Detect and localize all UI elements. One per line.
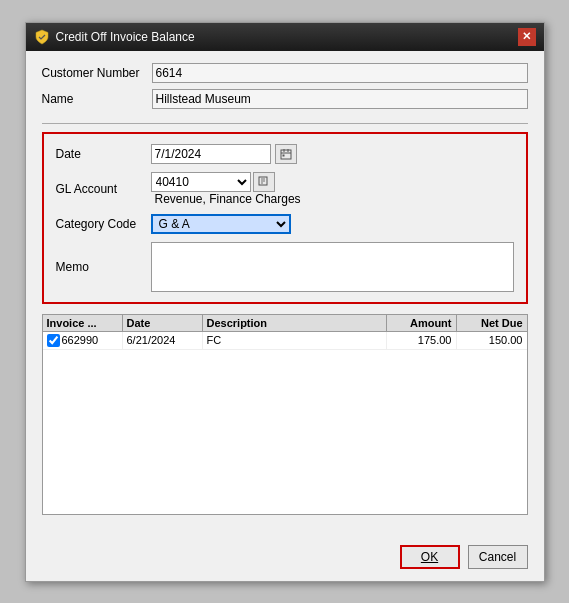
col-net-due: Net Due bbox=[457, 315, 527, 331]
credit-off-invoice-dialog: Credit Off Invoice Balance ✕ Customer Nu… bbox=[25, 22, 545, 582]
date-controls bbox=[151, 144, 297, 164]
ok-button[interactable]: OK bbox=[400, 545, 460, 569]
gl-select-wrap: 40410 bbox=[151, 172, 301, 192]
customer-name-row: Name bbox=[42, 89, 528, 109]
customer-number-row: Customer Number bbox=[42, 63, 528, 83]
col-invoice: Invoice ... bbox=[43, 315, 123, 331]
row-amount: 175.00 bbox=[387, 332, 457, 349]
row-description: FC bbox=[203, 332, 387, 349]
col-amount: Amount bbox=[387, 315, 457, 331]
table-row: 662990 6/21/2024 FC 175.00 150.00 bbox=[43, 332, 527, 350]
col-description: Description bbox=[203, 315, 387, 331]
customer-number-input[interactable] bbox=[152, 63, 528, 83]
row-date: 6/21/2024 bbox=[123, 332, 203, 349]
customer-name-input[interactable] bbox=[152, 89, 528, 109]
category-code-row: Category Code G & A bbox=[56, 214, 514, 234]
gl-account-controls: 40410 Revenue, Finance Charges bbox=[151, 172, 301, 206]
category-code-select[interactable]: G & A bbox=[151, 214, 291, 234]
cancel-label: Cancel bbox=[479, 550, 516, 564]
customer-name-label: Name bbox=[42, 92, 152, 106]
col-date: Date bbox=[123, 315, 203, 331]
red-section: Date GL Account bbox=[42, 132, 528, 304]
svg-rect-4 bbox=[282, 154, 284, 156]
memo-row: Memo bbox=[56, 242, 514, 292]
gl-lookup-button[interactable] bbox=[253, 172, 275, 192]
customer-name-value bbox=[152, 89, 528, 109]
customer-number-value bbox=[152, 63, 528, 83]
customer-number-label: Customer Number bbox=[42, 66, 152, 80]
category-code-label: Category Code bbox=[56, 217, 151, 231]
memo-label: Memo bbox=[56, 260, 151, 274]
memo-input[interactable] bbox=[151, 242, 514, 292]
table-header: Invoice ... Date Description Amount Net … bbox=[43, 315, 527, 332]
ok-label: OK bbox=[421, 550, 438, 564]
divider bbox=[42, 123, 528, 124]
title-bar: Credit Off Invoice Balance ✕ bbox=[26, 23, 544, 51]
dialog-content: Customer Number Name Date bbox=[26, 51, 544, 537]
gl-account-label: GL Account bbox=[56, 182, 151, 196]
dialog-title: Credit Off Invoice Balance bbox=[56, 30, 195, 44]
date-label: Date bbox=[56, 147, 151, 161]
row-invoice: 662990 bbox=[43, 332, 123, 349]
close-button[interactable]: ✕ bbox=[518, 28, 536, 46]
calendar-icon bbox=[280, 148, 292, 160]
date-input[interactable] bbox=[151, 144, 271, 164]
gl-account-select[interactable]: 40410 bbox=[151, 172, 251, 192]
button-bar: OK Cancel bbox=[26, 537, 544, 581]
lookup-icon bbox=[258, 176, 270, 188]
cancel-button[interactable]: Cancel bbox=[468, 545, 528, 569]
calendar-button[interactable] bbox=[275, 144, 297, 164]
title-bar-left: Credit Off Invoice Balance bbox=[34, 29, 195, 45]
date-row: Date bbox=[56, 144, 514, 164]
row-net-due: 150.00 bbox=[457, 332, 527, 349]
gl-account-row: GL Account 40410 bbox=[56, 172, 514, 206]
gl-account-description: Revenue, Finance Charges bbox=[155, 192, 301, 206]
shield-icon bbox=[34, 29, 50, 45]
invoice-number: 662990 bbox=[62, 334, 99, 346]
invoice-table: Invoice ... Date Description Amount Net … bbox=[42, 314, 528, 515]
row-checkbox[interactable] bbox=[47, 334, 60, 347]
